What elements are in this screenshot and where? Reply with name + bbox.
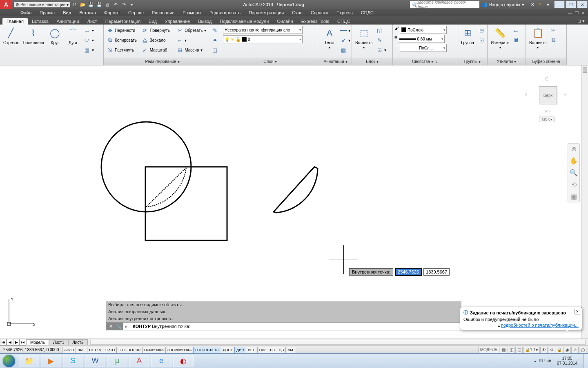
viewcube[interactable]: С Ю З В Верх МСК: [523, 72, 572, 121]
dim-button[interactable]: ⟷▾: [339, 26, 352, 35]
ribbon-expand-icon[interactable]: ◻ ▾: [574, 18, 588, 25]
lweight-combo[interactable]: 0.60 мм▾: [398, 35, 445, 43]
status-toggle-прз[interactable]: ПРЗ: [257, 347, 269, 353]
cut-button[interactable]: ✂: [549, 26, 558, 35]
status-toggle-3dпривязка[interactable]: 3DПРИВЯЗКА: [165, 347, 194, 353]
app-logo[interactable]: A: [0, 0, 12, 9]
panel-utils-title[interactable]: Утилиты ▾: [488, 58, 526, 65]
ribbon-tab-manage[interactable]: Управление: [161, 18, 194, 25]
status-toggle-дин[interactable]: ДИН: [234, 347, 246, 353]
nav-orbit-icon[interactable]: ⟲: [571, 181, 577, 188]
layout-hscroll[interactable]: [90, 340, 586, 345]
draw-rect-button[interactable]: ▭▾: [82, 26, 95, 35]
group-edit-button[interactable]: ⊡: [477, 36, 486, 45]
tray-lang[interactable]: RU: [539, 359, 544, 363]
insert-block-button[interactable]: ⬚Вставить▾: [354, 26, 374, 50]
polyline-button[interactable]: ⌇Полилиния: [21, 26, 46, 46]
layout-next[interactable]: ▶: [13, 339, 20, 346]
scale-button[interactable]: ⤢Масштаб: [140, 45, 175, 54]
quickcalc-button[interactable]: 🖩: [512, 36, 521, 45]
menu-tools[interactable]: Сервис: [124, 9, 148, 16]
ribbon-tab-annot[interactable]: Аннотации: [53, 18, 83, 25]
vc-top-face[interactable]: Верх: [539, 86, 557, 104]
drawing-canvas[interactable]: Внутренняя точка: 2546.7626 1339.5667 С …: [0, 65, 588, 339]
saveas-icon[interactable]: 💾: [96, 1, 103, 8]
menu-param[interactable]: Параметризация: [245, 9, 288, 16]
menu-edit[interactable]: Правка: [36, 9, 59, 16]
menu-window[interactable]: Окно: [288, 9, 307, 16]
mirror-button[interactable]: ⧋Зеркало: [140, 36, 175, 45]
create-block-button[interactable]: ◱: [375, 26, 388, 35]
clean-screen-button[interactable]: ▢: [579, 347, 586, 353]
balloon-link[interactable]: подробностей о печати/публикации...: [501, 323, 579, 328]
tb-ie[interactable]: e: [151, 355, 172, 367]
layout-prev[interactable]: ◀: [7, 339, 13, 346]
minimize-button[interactable]: —: [554, 1, 565, 8]
tb-word[interactable]: W: [85, 355, 105, 367]
undo-icon[interactable]: ↶: [112, 1, 119, 8]
copy-button[interactable]: ⧉Копировать: [105, 36, 140, 45]
status-toggle-вес[interactable]: ВЕС: [246, 347, 258, 353]
tb-skype[interactable]: S: [63, 355, 83, 367]
quick-drawings-button[interactable]: ◱: [515, 347, 523, 353]
more-icon[interactable]: ▾: [128, 1, 136, 8]
nav-pan-icon[interactable]: ✋: [570, 157, 578, 165]
tray-expand-icon[interactable]: ▴: [534, 359, 536, 363]
status-toggle-дпск[interactable]: ДПСК: [221, 347, 235, 353]
panel-layers-title[interactable]: Слои ▾: [221, 58, 319, 65]
hardware-accel-button[interactable]: ◉: [564, 347, 571, 353]
ribbon-tab-express[interactable]: Express Tools: [297, 18, 333, 25]
explode-button[interactable]: ✷: [210, 36, 219, 45]
menu-format[interactable]: Формат: [100, 9, 124, 16]
menu-express[interactable]: Express: [332, 9, 357, 16]
table-button[interactable]: ▦: [339, 45, 352, 54]
workspace-button[interactable]: ⚙: [548, 347, 555, 353]
offset-button[interactable]: ◫: [210, 45, 219, 54]
select-button[interactable]: ▭: [512, 26, 521, 35]
show-desktop[interactable]: [583, 354, 588, 368]
ribbon-tab-plugins[interactable]: Подключаемые модули: [216, 18, 273, 25]
vertical-scrollbar[interactable]: [581, 65, 588, 339]
save-icon[interactable]: 💾: [87, 1, 95, 8]
status-toggle-орто[interactable]: ОРТО: [103, 347, 117, 353]
layer-state-combo[interactable]: Несохраненная конфигурация сло▾: [223, 26, 303, 34]
toolbar-lock-button[interactable]: 🔒: [556, 347, 563, 353]
layout-tab-1[interactable]: Лист1: [49, 339, 68, 345]
ungroup-button[interactable]: ⊟: [477, 26, 486, 35]
status-toggle-цв[interactable]: ЦВ: [277, 347, 286, 353]
isolate-button[interactable]: ⊘: [571, 347, 579, 353]
exchange-icon[interactable]: ✕: [529, 1, 536, 8]
cmd-config-icon[interactable]: 🔧: [115, 323, 123, 330]
workspace-selector[interactable]: ⚙ Рисование и аннотации ▾: [14, 2, 70, 7]
ribbon-tab-home[interactable]: Главная: [2, 18, 28, 25]
trim-button[interactable]: ✂Обрезать ▾: [175, 26, 209, 35]
dyn-y-field[interactable]: 1339.5667: [423, 268, 450, 276]
fillet-button[interactable]: ⌐▾: [175, 36, 209, 45]
group-button[interactable]: ⊞Группа: [459, 26, 476, 46]
menu-insert[interactable]: Вставка: [75, 9, 100, 16]
open-icon[interactable]: 📂: [79, 1, 87, 8]
ltype-combo[interactable]: ПоСл...▾: [400, 44, 447, 52]
ribbon-tab-layout[interactable]: Лист: [83, 18, 101, 25]
measure-button[interactable]: 📏Измерить▾: [489, 26, 511, 50]
ribbon-tab-output[interactable]: Вывод: [194, 18, 216, 25]
attr-block-button[interactable]: ⊡▾: [375, 45, 388, 54]
paste-button[interactable]: 📋Вставить▾: [528, 26, 548, 50]
nav-showmotion-icon[interactable]: ▣: [571, 193, 577, 200]
stretch-button[interactable]: ⇲Растянуть: [105, 45, 140, 54]
status-toggle-отс-поляр[interactable]: ОТС-ПОЛЯР: [116, 347, 143, 353]
balloon-close[interactable]: ✕: [575, 309, 580, 314]
plot-icon[interactable]: 🖨: [104, 1, 111, 8]
status-toggle-сетка[interactable]: СЕТКА: [87, 347, 103, 353]
status-toggle-анзв[interactable]: АНЗВ: [62, 347, 76, 353]
status-toggle-шаг[interactable]: ШАГ: [76, 347, 87, 353]
panel-groups-title[interactable]: Группы ▾: [457, 58, 487, 65]
command-line[interactable]: ✕ 🔧 ▸ КОНТУР Внутренняя точка:: [106, 322, 461, 330]
draw-ellipse-button[interactable]: ⬭▾: [82, 36, 95, 45]
doc-restore[interactable]: ❐: [573, 10, 580, 16]
maximize-button[interactable]: ☐: [566, 1, 576, 8]
ribbon-tab-view[interactable]: Вид: [145, 18, 161, 25]
quick-view-button[interactable]: ◫: [508, 347, 515, 353]
close-button[interactable]: ✕: [577, 1, 588, 8]
menu-dimension[interactable]: Размеры: [178, 9, 205, 16]
